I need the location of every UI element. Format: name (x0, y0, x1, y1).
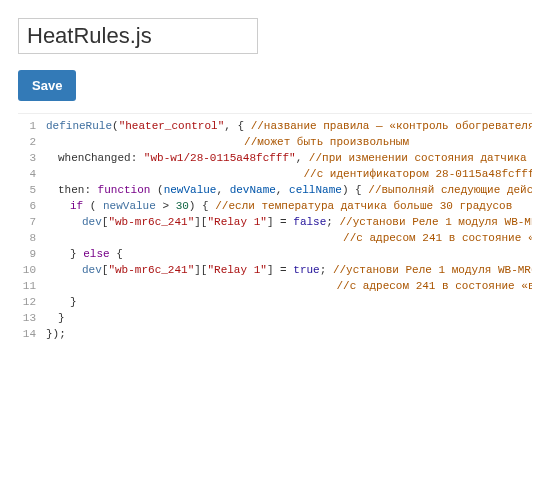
token-pun: , (276, 184, 289, 196)
token-str: "Relay 1" (207, 216, 266, 228)
token-pun: , (296, 152, 309, 164)
code-line[interactable]: defineRule("heater_control", { //названи… (46, 118, 532, 134)
token-pun: ][ (194, 264, 207, 276)
token-var: dev (82, 216, 102, 228)
token-pun: : (84, 184, 97, 196)
token-pun: , { (224, 120, 250, 132)
token-pun: ] (267, 264, 280, 276)
token-pun: }); (46, 328, 66, 340)
token-op: = (280, 216, 287, 228)
line-gutter: 1234567891011121314 (18, 114, 42, 346)
filename-input[interactable] (18, 18, 258, 54)
token-pun: ][ (194, 216, 207, 228)
token-str: "heater_control" (119, 120, 225, 132)
token-pun: : (131, 152, 144, 164)
line-number: 13 (22, 310, 36, 326)
token-pun: } (70, 296, 77, 308)
token-prm: cellName (289, 184, 342, 196)
line-number: 11 (22, 278, 36, 294)
token-bool: true (293, 264, 319, 276)
token-com: //установи Реле 1 модуля WB-MR6C (340, 216, 532, 228)
token-pun: ; (326, 216, 339, 228)
code-line[interactable]: then: function (newValue, devName, cellN… (46, 182, 532, 198)
code-line[interactable]: } (46, 310, 532, 326)
token-com: //установи Реле 1 модуля WB-MR6C (333, 264, 532, 276)
code-editor[interactable]: 1234567891011121314 defineRule("heater_c… (18, 113, 532, 346)
token-com: //может быть произвольным (244, 136, 409, 148)
code-line[interactable]: } (46, 294, 532, 310)
token-pun: , (216, 184, 229, 196)
token-com: //выполняй следующие действия (368, 184, 532, 196)
token-com: //название правила — «контроль обогреват… (251, 120, 532, 132)
line-number: 10 (22, 262, 36, 278)
code-line[interactable]: //может быть произвольным (46, 134, 532, 150)
token-kw: if (70, 200, 83, 212)
token-com: //если температура датчика больше 30 гра… (215, 200, 512, 212)
code-line[interactable]: if ( newValue > 30) { //если температура… (46, 198, 532, 214)
token-prop: whenChanged (58, 152, 131, 164)
token-pun: } (58, 312, 65, 324)
line-number: 7 (22, 214, 36, 230)
line-number: 3 (22, 150, 36, 166)
token-pun: ( (112, 120, 119, 132)
token-com: //с адресом 241 в состояние «выключено» (343, 232, 532, 244)
token-prm: newValue (164, 184, 217, 196)
code-line[interactable]: dev["wb-mr6c_241"]["Relay 1"] = true; //… (46, 262, 532, 278)
line-number: 1 (22, 118, 36, 134)
token-pun: ) { (342, 184, 368, 196)
token-var: defineRule (46, 120, 112, 132)
token-pun: } (70, 248, 83, 260)
code-area[interactable]: defineRule("heater_control", { //названи… (42, 114, 532, 346)
save-button[interactable]: Save (18, 70, 76, 101)
line-number: 2 (22, 134, 36, 150)
token-var: dev (82, 264, 102, 276)
token-pun: { (110, 248, 123, 260)
code-line[interactable]: //с адресом 241 в состояние «включено» (46, 278, 532, 294)
token-pun (169, 200, 176, 212)
token-com: //с адресом 241 в состояние «включено» (336, 280, 532, 292)
line-number: 5 (22, 182, 36, 198)
token-pun: ; (320, 264, 333, 276)
token-com: //при изменении состояния датчика 1-Wire (309, 152, 532, 164)
code-line[interactable]: whenChanged: "wb-w1/28-0115a48fcfff", //… (46, 150, 532, 166)
code-line[interactable]: }); (46, 326, 532, 342)
token-pun: ( (150, 184, 163, 196)
token-prm: devName (230, 184, 276, 196)
line-number: 8 (22, 230, 36, 246)
code-line[interactable]: dev["wb-mr6c_241"]["Relay 1"] = false; /… (46, 214, 532, 230)
line-number: 4 (22, 166, 36, 182)
line-number: 6 (22, 198, 36, 214)
line-number: 12 (22, 294, 36, 310)
token-str: "wb-mr6c_241" (108, 216, 194, 228)
token-op: = (280, 264, 287, 276)
token-kw: else (83, 248, 109, 260)
token-prop: then (58, 184, 84, 196)
code-line[interactable]: } else { (46, 246, 532, 262)
token-num: 30 (176, 200, 189, 212)
token-bool: false (293, 216, 326, 228)
line-number: 14 (22, 326, 36, 342)
token-com: //с идентификатором 28-0115a48fcfff (303, 168, 532, 180)
token-pun: ) { (189, 200, 215, 212)
token-pun: ] (267, 216, 280, 228)
token-str: "Relay 1" (207, 264, 266, 276)
token-kw: function (98, 184, 151, 196)
token-var: newValue (103, 200, 156, 212)
line-number: 9 (22, 246, 36, 262)
code-line[interactable]: //с адресом 241 в состояние «выключено» (46, 230, 532, 246)
token-str: "wb-w1/28-0115a48fcfff" (144, 152, 296, 164)
code-line[interactable]: //с идентификатором 28-0115a48fcfff (46, 166, 532, 182)
token-str: "wb-mr6c_241" (108, 264, 194, 276)
token-pun: ( (83, 200, 103, 212)
